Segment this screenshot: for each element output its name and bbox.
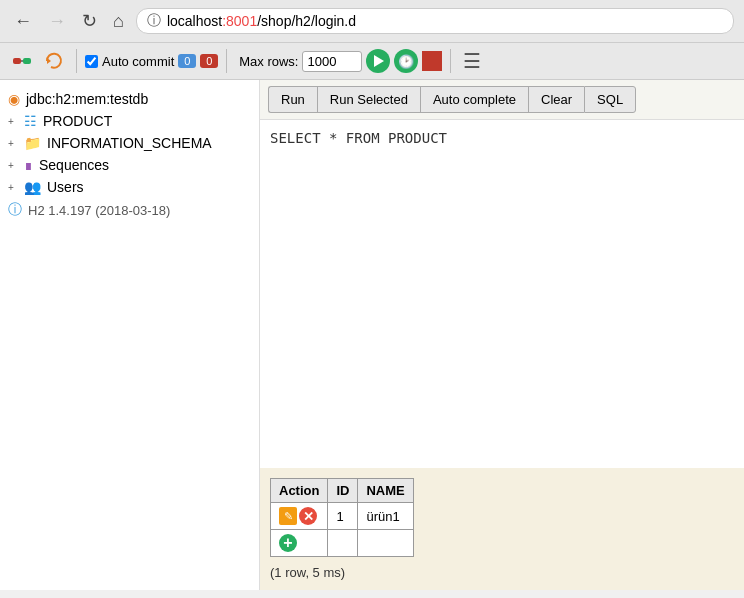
separator3 (450, 49, 451, 73)
browser-nav: ← → ↻ ⌂ ⓘ localhost:8001/shop/h2/login.d (0, 0, 744, 42)
max-rows-label: Max rows: (239, 54, 298, 69)
add-row: + (271, 530, 414, 557)
sidebar-item-users[interactable]: + 👥 Users (0, 176, 259, 198)
col-header-name: NAME (358, 479, 413, 503)
badge1: 0 (178, 54, 196, 68)
action-cell: ✎ ✕ (271, 503, 328, 530)
history-button[interactable]: 🕑 (394, 49, 418, 73)
version-icon: ⓘ (8, 201, 22, 219)
add-id-cell (328, 530, 358, 557)
information-schema-label: INFORMATION_SCHEMA (47, 135, 212, 151)
sequences-icon: ∎ (24, 157, 33, 173)
clear-button[interactable]: Clear (528, 86, 584, 113)
max-rows-wrap: Max rows: (239, 51, 362, 72)
svg-marker-3 (47, 58, 51, 64)
sidebar-item-product[interactable]: + ☷ PRODUCT (0, 110, 259, 132)
connection-label: jdbc:h2:mem:testdb (26, 91, 148, 107)
expand-icon: + (8, 116, 20, 127)
add-name-cell (358, 530, 413, 557)
users-label: Users (47, 179, 84, 195)
db-connect-icon[interactable] (8, 47, 36, 75)
auto-commit-label: Auto commit (102, 54, 174, 69)
results-table: Action ID NAME ✎ ✕ 1 ürü (270, 478, 414, 557)
delete-icon[interactable]: ✕ (299, 507, 317, 525)
sequences-label: Sequences (39, 157, 109, 173)
users-icon: 👥 (24, 179, 41, 195)
stop-button[interactable] (422, 51, 442, 71)
auto-complete-button[interactable]: Auto complete (420, 86, 528, 113)
add-icon[interactable]: + (279, 534, 297, 552)
address-bar[interactable]: ⓘ localhost:8001/shop/h2/login.d (136, 8, 734, 34)
edit-icon[interactable]: ✎ (279, 507, 297, 525)
sql-editor[interactable]: SELECT * FROM PRODUCT (260, 120, 744, 468)
expand-icon3: + (8, 160, 20, 171)
badge2: 0 (200, 54, 218, 68)
col-header-id: ID (328, 479, 358, 503)
sql-button[interactable]: SQL (584, 86, 636, 113)
version-label: H2 1.4.197 (2018-03-18) (28, 203, 170, 218)
forward-button[interactable]: → (44, 9, 70, 34)
auto-commit-checkbox[interactable] (85, 55, 98, 68)
product-label: PRODUCT (43, 113, 112, 129)
max-rows-input[interactable] (302, 51, 362, 72)
sql-toolbar: Run Run Selected Auto complete Clear SQL (260, 80, 744, 120)
name-cell: ürün1 (358, 503, 413, 530)
browser-chrome: ← → ↻ ⌂ ⓘ localhost:8001/shop/h2/login.d (0, 0, 744, 43)
menu-icon[interactable]: ☰ (463, 49, 481, 73)
separator (76, 49, 77, 73)
version-item: ⓘ H2 1.4.197 (2018-03-18) (0, 198, 259, 222)
db-icon: ◉ (8, 91, 20, 107)
table-icon: ☷ (24, 113, 37, 129)
table-row: ✎ ✕ 1 ürün1 (271, 503, 414, 530)
run-play-button[interactable] (366, 49, 390, 73)
svg-rect-0 (13, 58, 21, 64)
svg-rect-1 (23, 58, 31, 64)
home-button[interactable]: ⌂ (109, 9, 128, 34)
refresh-icon[interactable] (40, 47, 68, 75)
main-content: ◉ jdbc:h2:mem:testdb + ☷ PRODUCT + 📁 INF… (0, 80, 744, 590)
results-status: (1 row, 5 ms) (270, 565, 734, 580)
address-text: localhost:8001/shop/h2/login.d (167, 13, 356, 29)
expand-icon2: + (8, 138, 20, 149)
expand-icon4: + (8, 182, 20, 193)
run-button[interactable]: Run (268, 86, 317, 113)
db-toolbar: Auto commit 0 0 Max rows: 🕑 ☰ (0, 43, 744, 80)
security-icon: ⓘ (147, 12, 161, 30)
sidebar-item-information-schema[interactable]: + 📁 INFORMATION_SCHEMA (0, 132, 259, 154)
connection-item[interactable]: ◉ jdbc:h2:mem:testdb (0, 88, 259, 110)
auto-commit-wrap: Auto commit (85, 54, 174, 69)
right-panel: Run Run Selected Auto complete Clear SQL… (260, 80, 744, 590)
sidebar-item-sequences[interactable]: + ∎ Sequences (0, 154, 259, 176)
run-selected-button[interactable]: Run Selected (317, 86, 420, 113)
add-cell: + (271, 530, 328, 557)
col-header-action: Action (271, 479, 328, 503)
results-panel: Action ID NAME ✎ ✕ 1 ürü (260, 468, 744, 590)
back-button[interactable]: ← (10, 9, 36, 34)
id-cell: 1 (328, 503, 358, 530)
reload-button[interactable]: ↻ (78, 8, 101, 34)
separator2 (226, 49, 227, 73)
sidebar: ◉ jdbc:h2:mem:testdb + ☷ PRODUCT + 📁 INF… (0, 80, 260, 590)
folder-icon: 📁 (24, 135, 41, 151)
